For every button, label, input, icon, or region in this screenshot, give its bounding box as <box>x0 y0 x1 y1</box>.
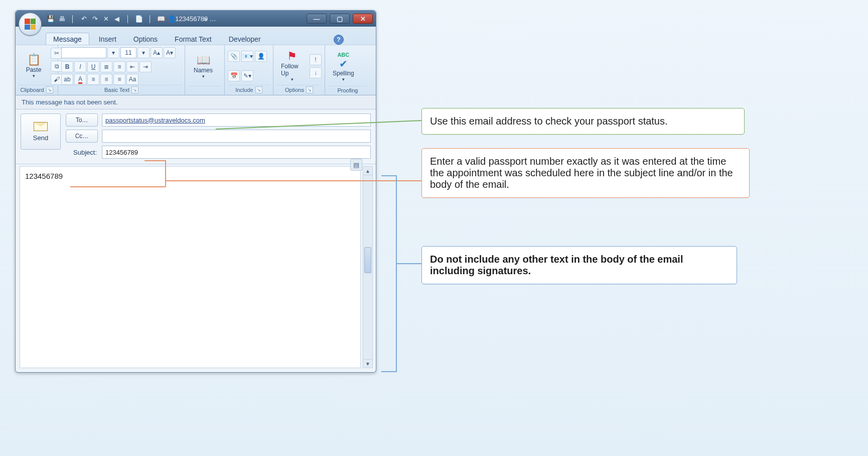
cc-label: Cc… <box>75 133 89 140</box>
help-icon[interactable]: ? <box>334 35 344 45</box>
follow-up-button[interactable]: ⚑ Follow Up ▾ <box>276 49 308 83</box>
ribbon-tabs: Message Insert Options Format Text Devel… <box>16 27 376 45</box>
callout-text: Do not include any other text in the bod… <box>430 254 683 276</box>
group-label: Basic Text <box>104 87 129 93</box>
subject-field[interactable] <box>102 146 371 159</box>
callout-email-address: Use this email address to check your pas… <box>421 108 745 135</box>
undo-icon[interactable]: ↶ <box>80 15 88 23</box>
dialog-launcher-icon[interactable]: ↘ <box>131 86 138 93</box>
low-importance-button[interactable]: ↓ <box>310 67 322 78</box>
font-size-select[interactable]: 11 <box>120 47 136 58</box>
align-center-button[interactable]: ≡ <box>100 74 112 85</box>
chevron-down-icon: ▾ <box>202 74 205 79</box>
check-icon: ✔ <box>339 58 348 70</box>
ruler-toggle-icon[interactable]: ▤ <box>350 159 362 171</box>
indent-left-button[interactable]: ⇤ <box>126 61 138 72</box>
tab-options[interactable]: Options <box>126 33 165 45</box>
body-wrap: 123456789 ▤ ▲ ▼ <box>16 164 376 372</box>
message-not-sent-notice: This message has not been sent. <box>16 95 376 109</box>
group-label: Clipboard <box>20 87 44 93</box>
underline-button[interactable]: U <box>87 61 99 72</box>
to-button[interactable]: To… <box>66 113 98 127</box>
body-text: 123456789 <box>25 172 63 180</box>
prev-icon[interactable]: ◀ <box>113 15 121 23</box>
group-label <box>204 87 205 93</box>
scroll-up-icon[interactable]: ▲ <box>363 167 372 175</box>
cc-button[interactable]: Cc… <box>66 130 98 143</box>
chevron-down-icon[interactable]: ▾ <box>107 47 119 58</box>
to-label: To… <box>76 117 88 124</box>
spelling-label: Spelling <box>333 70 354 77</box>
tab-developer[interactable]: Developer <box>221 33 268 45</box>
minimize-button[interactable]: — <box>307 14 327 24</box>
signature-button[interactable]: ✎▾ <box>241 70 253 81</box>
attach-file-button[interactable]: 📎 <box>228 51 240 62</box>
italic-button[interactable]: I <box>74 61 86 72</box>
chevron-down-icon: ▾ <box>291 77 294 82</box>
chevron-down-icon: ▾ <box>342 77 345 82</box>
scroll-thumb[interactable] <box>364 247 371 273</box>
scroll-down-icon[interactable]: ▼ <box>363 359 372 368</box>
tab-format-text[interactable]: Format Text <box>167 33 219 45</box>
to-field[interactable] <box>102 113 371 127</box>
align-right-button[interactable]: ≡ <box>113 74 125 85</box>
dialog-launcher-icon[interactable]: ↘ <box>306 86 313 93</box>
dialog-launcher-icon[interactable]: ↘ <box>46 86 53 93</box>
callout-no-other-text: Do not include any other text in the bod… <box>421 246 737 284</box>
delete-icon[interactable]: ✕ <box>102 15 110 23</box>
redo-icon[interactable]: ↷ <box>91 15 99 23</box>
font-color-button[interactable]: A <box>74 74 86 85</box>
maximize-button[interactable]: ▢ <box>330 14 350 24</box>
compose-header: Send To… Cc… Subject: <box>16 109 376 164</box>
callout-text: Use this email address to check your pas… <box>430 116 668 127</box>
clipboard-icon: 📋 <box>27 54 41 65</box>
chevron-down-icon[interactable]: ▾ <box>137 47 150 58</box>
group-names: 📖 Names ▾ <box>185 45 225 95</box>
attach-item-button[interactable]: 📧▾ <box>241 51 253 62</box>
highlight-button[interactable]: ab <box>61 74 73 85</box>
dialog-launcher-icon[interactable]: ↘ <box>255 86 262 93</box>
flag-icon: ⚑ <box>287 51 297 62</box>
group-label: Proofing <box>338 87 358 93</box>
title-bar: 💾 🖶 │ ↶ ↷ ✕ ◀ │ 📄 │ 📖 👤 ! ↓ » 123456789 … <box>16 11 376 27</box>
group-proofing: ABC ✔ Spelling ▾ Proofing <box>325 45 370 95</box>
chevron-down-icon: ▾ <box>33 73 35 78</box>
font-name-select[interactable] <box>61 47 106 58</box>
message-body[interactable]: 123456789 ▤ <box>20 166 361 368</box>
align-left-button[interactable]: ≡ <box>87 74 99 85</box>
compose-window: 💾 🖶 │ ↶ ↷ ✕ ◀ │ 📄 │ 📖 👤 ! ↓ » 123456789 … <box>15 10 376 373</box>
names-label: Names <box>194 67 213 74</box>
group-basic-text: ▾ 11 ▾ A▴ A▾ B I U ≣ ≡ ⇤ <box>58 45 185 95</box>
vertical-scrollbar[interactable]: ▲ ▼ <box>363 166 373 368</box>
tab-insert[interactable]: Insert <box>91 33 124 45</box>
clear-format-button[interactable]: Aa <box>126 74 138 85</box>
paste-button[interactable]: 📋 Paste ▾ <box>19 53 49 80</box>
close-button[interactable]: ✕ <box>353 14 373 24</box>
callout-passport-number: Enter a valid passport number exactly as… <box>421 148 750 198</box>
numbering-button[interactable]: ≡ <box>113 61 125 72</box>
office-button[interactable] <box>19 13 42 36</box>
calendar-button[interactable]: 📅 <box>228 70 240 81</box>
high-importance-button[interactable]: ! <box>310 54 322 65</box>
group-options: ⚑ Follow Up ▾ ! ↓ Options↘ <box>273 45 325 95</box>
address-book-icon[interactable]: 📖 <box>157 15 165 23</box>
separator-icon: │ <box>146 15 154 23</box>
names-button[interactable]: 📖 Names ▾ <box>188 53 218 80</box>
spelling-button[interactable]: ABC ✔ Spelling ▾ <box>328 50 359 83</box>
shrink-font-button[interactable]: A▾ <box>164 47 176 58</box>
send-button[interactable]: Send <box>21 113 61 150</box>
move-icon[interactable]: 📄 <box>135 15 143 23</box>
follow-up-label: Follow Up <box>281 63 303 77</box>
indent-right-button[interactable]: ⇥ <box>139 61 152 72</box>
paste-label: Paste <box>26 66 42 73</box>
tab-message[interactable]: Message <box>46 33 89 45</box>
print-icon[interactable]: 🖶 <box>58 15 66 23</box>
separator-icon: │ <box>69 15 77 23</box>
bold-button[interactable]: B <box>61 61 73 72</box>
bullets-button[interactable]: ≣ <box>100 61 112 72</box>
save-icon[interactable]: 💾 <box>47 15 55 23</box>
group-label: Include <box>235 87 253 93</box>
business-card-button[interactable]: 👤 <box>255 51 267 62</box>
grow-font-button[interactable]: A▴ <box>151 47 163 58</box>
cc-field[interactable] <box>102 130 371 143</box>
